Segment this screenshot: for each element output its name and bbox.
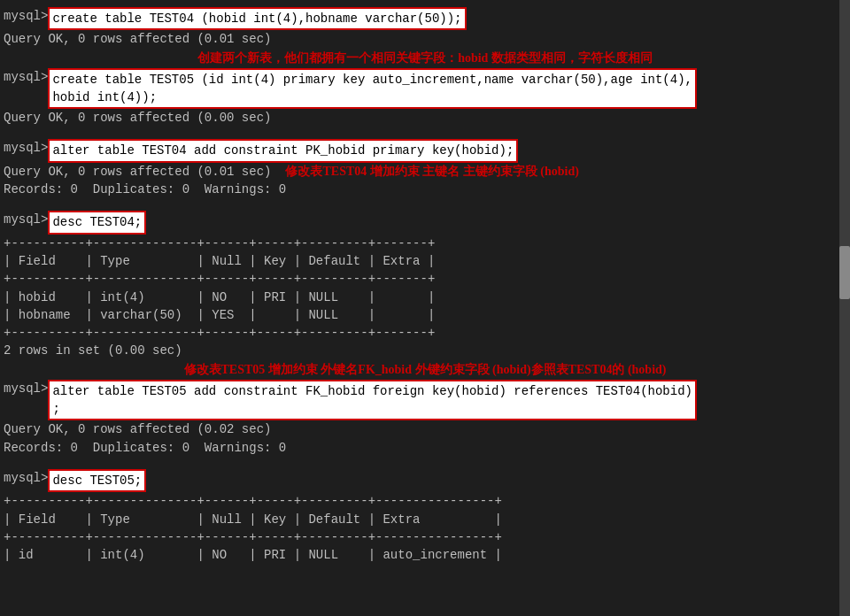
prompt: mysql> — [4, 7, 48, 25]
scrollbar[interactable] — [839, 0, 850, 616]
blank-line — [4, 198, 846, 211]
prompt: mysql> — [4, 380, 48, 397]
table-row: +----------+--------------+------+-----+… — [4, 324, 846, 342]
annotation-text: 修改表TEST04 增加约束 主键名 主键约束字段 (hobid) — [285, 164, 578, 180]
command-text: create table TEST04 (hobid int(4),hobnam… — [48, 7, 466, 30]
table-row: | hobname | varchar(50) | YES | | NULL |… — [4, 306, 846, 324]
blank-line — [4, 457, 846, 469]
table-row: | Field | Type | Null | Key | Default | … — [4, 511, 846, 528]
command-line: mysql> alter table TEST05 add constraint… — [4, 380, 846, 421]
table-row: +----------+--------------+------+-----+… — [4, 528, 846, 546]
command-text: alter table TEST04 add constraint PK_hob… — [48, 139, 518, 162]
table-row: +----------+--------------+------+-----+… — [4, 492, 846, 510]
command-text: alter table TEST05 add constraint FK_hob… — [48, 380, 697, 421]
blank-line — [4, 127, 846, 139]
annotation: 修改表TEST05 增加约束 外键名FK_hobid 外键约束字段 (hobid… — [4, 362, 846, 378]
prompt: mysql> — [4, 139, 48, 157]
annotation: 创建两个新表，他们都拥有一个相同关键字段：hobid 数据类型相同，字符长度相同 — [4, 50, 846, 66]
command-text: create table TEST05 (id int(4) primary k… — [48, 68, 697, 110]
output-line: Records: 0 Duplicates: 0 Warnings: 0 — [4, 439, 846, 457]
command-line: mysql> desc TEST05; — [4, 469, 846, 492]
prompt: mysql> — [4, 211, 48, 228]
command-line: mysql> desc TEST04; — [4, 211, 846, 234]
command-line: mysql> alter table TEST04 add constraint… — [4, 139, 846, 162]
command-text: desc TEST05; — [48, 469, 146, 492]
command-text: desc TEST04; — [48, 211, 146, 234]
table-row: | Field | Type | Null | Key | Default | … — [4, 252, 846, 270]
table-row: | id | int(4) | NO | PRI | NULL | auto_i… — [4, 546, 846, 564]
command-line: mysql> create table TEST05 (id int(4) pr… — [4, 68, 846, 110]
prompt: mysql> — [4, 68, 48, 86]
output-text: Query OK, 0 rows affected (0.01 sec) — [4, 163, 271, 181]
terminal: mysql> create table TEST04 (hobid int(4)… — [0, 0, 850, 616]
command-line: mysql> create table TEST04 (hobid int(4)… — [4, 7, 846, 30]
table-row: | hobid | int(4) | NO | PRI | NULL | | — [4, 289, 846, 306]
table-row: +----------+--------------+------+-----+… — [4, 235, 846, 252]
output-annotation-row: Query OK, 0 rows affected (0.01 sec)修改表T… — [4, 163, 846, 181]
output-line: 2 rows in set (0.00 sec) — [4, 342, 846, 359]
scrollbar-thumb[interactable] — [839, 246, 850, 299]
output-line: Query OK, 0 rows affected (0.02 sec) — [4, 420, 846, 438]
output-line: Query OK, 0 rows affected (0.01 sec) — [4, 30, 846, 48]
prompt: mysql> — [4, 469, 48, 487]
table-row: +----------+--------------+------+-----+… — [4, 270, 846, 288]
output-line: Records: 0 Duplicates: 0 Warnings: 0 — [4, 181, 846, 198]
output-line: Query OK, 0 rows affected (0.00 sec) — [4, 109, 846, 127]
